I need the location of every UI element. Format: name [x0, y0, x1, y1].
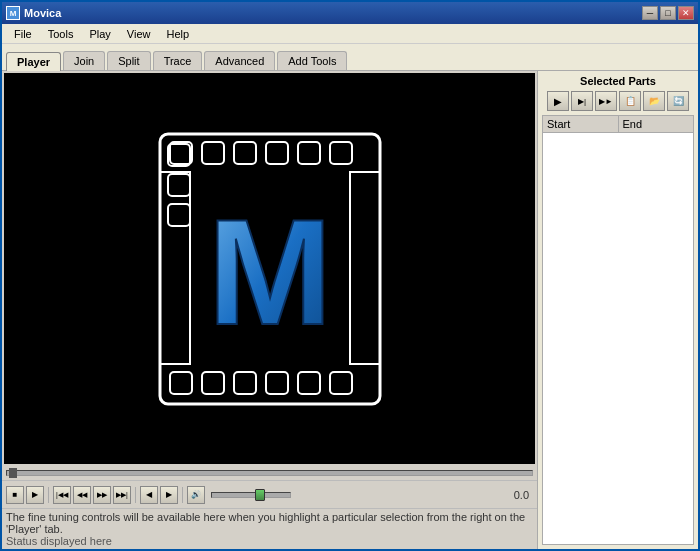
- seekbar-area[interactable]: [2, 466, 537, 480]
- menubar: File Tools Play View Help: [2, 24, 698, 44]
- svg-rect-10: [170, 372, 192, 394]
- maximize-button[interactable]: □: [660, 6, 676, 20]
- volume-slider[interactable]: [211, 492, 291, 498]
- svg-rect-7: [266, 142, 288, 164]
- parts-open-btn[interactable]: 📂: [643, 91, 665, 111]
- status-area: The fine tuning controls will be availab…: [2, 508, 537, 549]
- svg-text:M: M: [207, 188, 332, 356]
- step-forward-button[interactable]: ▶▶: [93, 486, 111, 504]
- menu-tools[interactable]: Tools: [40, 26, 82, 42]
- video-canvas: M: [4, 73, 535, 464]
- menu-play[interactable]: Play: [81, 26, 118, 42]
- parts-play2-btn[interactable]: ▶|: [571, 91, 593, 111]
- tab-player[interactable]: Player: [6, 52, 61, 71]
- separator-1: [48, 487, 49, 503]
- play-button[interactable]: ▶: [26, 486, 44, 504]
- svg-rect-9: [330, 142, 352, 164]
- tab-join[interactable]: Join: [63, 51, 105, 70]
- tab-split[interactable]: Split: [107, 51, 150, 70]
- svg-rect-13: [266, 372, 288, 394]
- app-window: M Movica ─ □ ✕ File Tools Play View Help…: [0, 0, 700, 551]
- svg-rect-12: [234, 372, 256, 394]
- tab-addtools[interactable]: Add Tools: [277, 51, 347, 70]
- step-back-button[interactable]: ◀◀: [73, 486, 91, 504]
- time-display: 0.0: [514, 489, 533, 501]
- col-end: End: [619, 116, 694, 132]
- skip-start-button[interactable]: |◀◀: [53, 486, 71, 504]
- titlebar-buttons: ─ □ ✕: [642, 6, 694, 20]
- app-icon: M: [6, 6, 20, 20]
- titlebar: M Movica ─ □ ✕: [2, 2, 698, 24]
- close-button[interactable]: ✕: [678, 6, 694, 20]
- window-title: Movica: [24, 7, 61, 19]
- main-content: M ■ ▶ |◀◀ ◀◀ ▶▶ ▶▶| ◀ ▶: [2, 70, 698, 549]
- right-panel: Selected Parts ▶ ▶| ▶► 📋 📂 🔄 Start End: [538, 71, 698, 549]
- parts-refresh-btn[interactable]: 🔄: [667, 91, 689, 111]
- status-line1: The fine tuning controls will be availab…: [6, 511, 533, 535]
- svg-rect-16: [160, 172, 190, 364]
- col-start: Start: [543, 116, 619, 132]
- prev-frame-button[interactable]: ◀: [140, 486, 158, 504]
- svg-rect-5: [202, 142, 224, 164]
- seekbar-thumb[interactable]: [9, 468, 17, 478]
- parts-play-btn[interactable]: ▶: [547, 91, 569, 111]
- parts-toolbar: ▶ ▶| ▶► 📋 📂 🔄: [542, 91, 694, 111]
- menu-help[interactable]: Help: [158, 26, 197, 42]
- minimize-button[interactable]: ─: [642, 6, 658, 20]
- controls-area: ■ ▶ |◀◀ ◀◀ ▶▶ ▶▶| ◀ ▶ 🔊 0.0: [2, 480, 537, 508]
- status-line2: Status displayed here: [6, 535, 533, 547]
- menu-file[interactable]: File: [6, 26, 40, 42]
- titlebar-left: M Movica: [6, 6, 61, 20]
- film-logo: M: [130, 114, 410, 424]
- svg-rect-6: [234, 142, 256, 164]
- svg-rect-3: [168, 204, 190, 226]
- seekbar-track[interactable]: [6, 470, 533, 476]
- skip-end-button[interactable]: ▶▶|: [113, 486, 131, 504]
- tab-advanced[interactable]: Advanced: [204, 51, 275, 70]
- tabs-bar: Player Join Split Trace Advanced Add Too…: [2, 44, 698, 70]
- parts-body: [542, 133, 694, 545]
- tab-trace[interactable]: Trace: [153, 51, 203, 70]
- svg-rect-17: [350, 172, 380, 364]
- svg-rect-15: [330, 372, 352, 394]
- volume-icon[interactable]: 🔊: [187, 486, 205, 504]
- parts-next-btn[interactable]: ▶►: [595, 91, 617, 111]
- player-area: M ■ ▶ |◀◀ ◀◀ ▶▶ ▶▶| ◀ ▶: [2, 71, 538, 549]
- svg-rect-2: [168, 174, 190, 196]
- svg-rect-8: [298, 142, 320, 164]
- volume-thumb[interactable]: [255, 489, 265, 501]
- separator-3: [182, 487, 183, 503]
- selected-parts-title: Selected Parts: [542, 75, 694, 87]
- parts-copy-btn[interactable]: 📋: [619, 91, 641, 111]
- svg-rect-11: [202, 372, 224, 394]
- stop-button[interactable]: ■: [6, 486, 24, 504]
- separator-2: [135, 487, 136, 503]
- menu-view[interactable]: View: [119, 26, 159, 42]
- parts-table-header: Start End: [542, 115, 694, 133]
- svg-rect-14: [298, 372, 320, 394]
- next-frame-button[interactable]: ▶: [160, 486, 178, 504]
